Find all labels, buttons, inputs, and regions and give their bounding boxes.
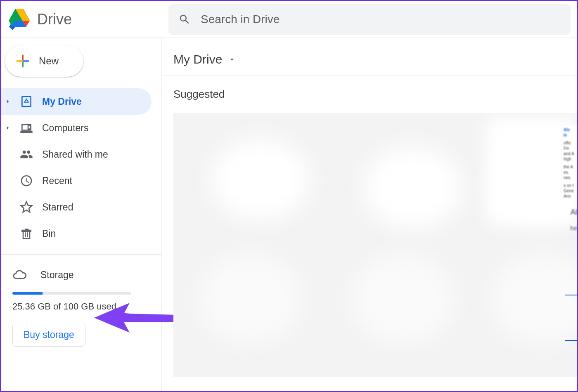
sidebar-item-my-drive[interactable]: My Drive [1,88,152,115]
new-button-label: New [39,55,59,67]
sidebar-item-storage[interactable]: Storage [12,264,137,286]
suggested-content-blurred: Alv le officFinand Ahigh the Aes.nes. s … [173,113,577,377]
suggested-heading: Suggested [173,88,577,101]
storage-label: Storage [40,269,74,281]
doc-preview: Alv le officFinand Ahigh the Aes.nes. s … [561,125,577,201]
recent-icon [20,174,33,187]
computers-icon [20,121,33,135]
sidebar-item-label: Recent [42,175,72,187]
drive-logo-icon [7,9,31,30]
divider [162,75,577,76]
svg-rect-10 [22,61,24,67]
search-icon [178,13,191,26]
plus-icon [16,54,30,68]
storage-section: Storage 25.36 GB of 100 GB used Buy stor… [1,264,161,347]
sidebar: New My Drive Computers Shared with me [1,38,162,391]
sidebar-item-label: Bin [42,228,56,239]
storage-used-text: 25.36 GB of 100 GB used [12,301,137,312]
sidebar-item-computers[interactable]: Computers [1,115,152,141]
search-input[interactable] [201,13,561,26]
breadcrumb[interactable]: My Drive [173,48,577,71]
storage-progress [12,292,131,295]
caret-right-icon [5,99,11,104]
new-button[interactable]: New [5,45,83,77]
shared-icon [20,148,33,161]
my-drive-icon [20,95,33,108]
divider [1,254,161,255]
caret-right-icon [5,125,11,131]
svg-rect-12 [23,60,29,62]
sidebar-item-label: My Drive [42,96,82,107]
sidebar-item-recent[interactable]: Recent [1,168,152,194]
doc-subtitle-fragment: he [570,224,577,231]
search-bar[interactable] [168,4,571,35]
starred-icon [20,201,33,214]
buy-storage-button[interactable]: Buy storage [12,323,85,347]
doc-title-fragment: Al [571,208,577,217]
svg-rect-9 [22,55,24,61]
cloud-icon [12,268,26,282]
svg-rect-11 [17,60,23,62]
sidebar-item-starred[interactable]: Starred [1,194,152,220]
sidebar-item-label: Computers [42,123,88,134]
app-name: Drive [37,11,72,28]
nav-list: My Drive Computers Shared with me Recent [1,88,161,247]
storage-progress-fill [12,292,43,295]
sidebar-item-bin[interactable]: Bin [1,220,152,247]
app-logo-block[interactable]: Drive [7,9,168,30]
sidebar-item-label: Starred [42,202,73,213]
sidebar-item-shared[interactable]: Shared with me [1,141,152,168]
header: Drive [1,1,577,38]
sidebar-item-label: Shared with me [42,149,108,160]
breadcrumb-text: My Drive [173,52,222,66]
chevron-down-icon [228,55,236,64]
bin-icon [20,227,33,240]
main-content: My Drive Suggested Alv le officFinand Ah… [162,38,577,391]
